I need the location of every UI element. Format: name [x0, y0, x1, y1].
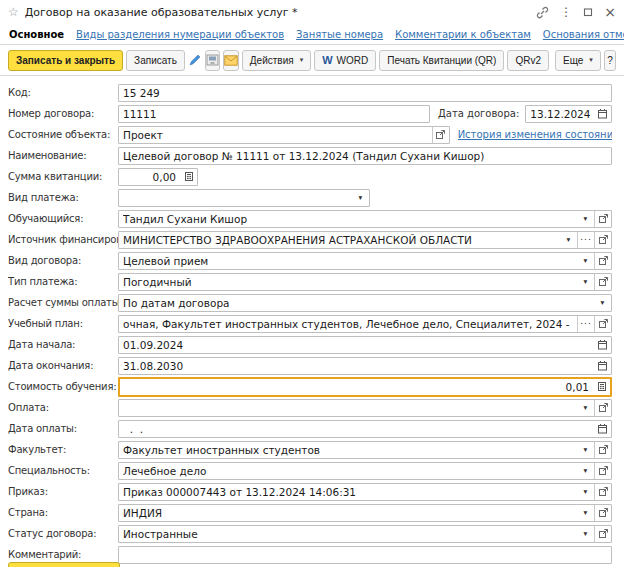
tab-osnovaniya-otmetok[interactable]: Основания отметок [543, 29, 624, 40]
istochnik-finansirovaniya-input[interactable] [119, 232, 560, 248]
row-vid-dogovora: Вид договора: ▾ [8, 250, 612, 271]
sostoyanie-input[interactable] [119, 127, 432, 143]
data-okonchaniya-input[interactable] [119, 358, 594, 374]
data-dogovora-field [525, 105, 612, 123]
select-dots-button[interactable]: ... [577, 232, 594, 248]
combo-dropdown-button[interactable]: ▾ [352, 190, 369, 206]
uchebnyy-plan-field: ... [118, 315, 612, 333]
field-label: Статус договора: [8, 528, 118, 539]
field-label: Дата оплаты: [8, 423, 118, 434]
combo-dropdown-button[interactable]: ▾ [577, 274, 594, 290]
row-data-oplaty: Дата оплаты: [8, 418, 612, 439]
vid-dogovora-input[interactable] [119, 253, 577, 269]
combo-dropdown-button[interactable]: ▾ [577, 211, 594, 227]
combo-dropdown-button[interactable]: ▾ [577, 484, 594, 500]
actions-label: Действия [250, 55, 294, 66]
kod-input[interactable] [119, 85, 611, 101]
close-icon[interactable]: × [604, 5, 616, 19]
tab-osnovnoe[interactable]: Основное [9, 29, 64, 40]
card-icon[interactable] [205, 50, 220, 71]
row-istochnik-finansirovaniya: Источник финансирования: ▾ ... [8, 229, 612, 250]
fakultet-field: ▾ [118, 441, 612, 459]
fakultet-input[interactable] [119, 442, 577, 458]
kommentariy-input[interactable] [119, 547, 611, 563]
raschet-summy-input[interactable] [119, 295, 594, 311]
strana-input[interactable] [119, 505, 577, 521]
save-button[interactable]: Записать [126, 50, 185, 71]
open-item-icon[interactable] [594, 526, 611, 542]
word-button[interactable]: W WORD [314, 50, 376, 71]
chevron-down-icon: ▾ [300, 56, 304, 64]
history-states-link[interactable]: История изменения состояний [458, 129, 612, 140]
tab-zanyatye-nomera[interactable]: Занятые номера [296, 29, 383, 40]
oplata-input[interactable] [119, 400, 577, 416]
open-item-icon[interactable] [594, 463, 611, 479]
combo-dropdown-button[interactable]: ▾ [577, 400, 594, 416]
field-label: Факультет: [8, 444, 118, 455]
prikaz-field: ▾ [118, 483, 612, 501]
summa-kvitancii-input[interactable] [119, 169, 180, 185]
combo-dropdown-button[interactable]: ▾ [577, 442, 594, 458]
open-item-icon[interactable] [594, 442, 611, 458]
combo-dropdown-button[interactable]: ▾ [577, 253, 594, 269]
vid-platezha-input[interactable] [119, 190, 352, 206]
tab-kommentarii[interactable]: Комментарии к объектам [395, 29, 531, 40]
chevron-down-icon: ▾ [567, 235, 571, 244]
open-item-icon[interactable] [594, 232, 611, 248]
ellipsis-icon: ... [580, 317, 592, 330]
calendar-icon[interactable] [594, 337, 611, 353]
calendar-icon[interactable] [594, 358, 611, 374]
help-button[interactable]: ? [604, 50, 616, 71]
data-nachala-input[interactable] [119, 337, 594, 353]
field-label: Оплата: [8, 402, 118, 413]
row-data-okonchaniya: Дата окончания: [8, 355, 612, 376]
calendar-icon[interactable] [594, 106, 611, 122]
obuchayushchiysya-input[interactable] [119, 211, 577, 227]
more-menu-button[interactable]: Еще ▾ [555, 50, 601, 71]
row-obuchayushchiysya: Обучающийся: ▾ [8, 208, 612, 229]
qrv2-button[interactable]: QRv2 [507, 50, 549, 71]
status-dogovora-input[interactable] [119, 526, 577, 542]
specialnost-field: ▾ [118, 462, 612, 480]
data-oplaty-input[interactable] [119, 421, 594, 437]
field-label: Специальность: [8, 465, 118, 476]
kebab-menu-icon[interactable]: ⋮ [560, 5, 572, 19]
calendar-icon[interactable] [594, 421, 611, 437]
open-item-icon[interactable] [594, 316, 611, 332]
data-dogovora-input[interactable] [526, 106, 594, 122]
nomer-input[interactable] [119, 106, 429, 122]
save-and-close-button[interactable]: Записать и закрыть [8, 50, 123, 71]
combo-dropdown-button[interactable]: ▾ [560, 232, 577, 248]
open-item-icon[interactable] [594, 400, 611, 416]
combo-dropdown-button[interactable]: ▾ [577, 463, 594, 479]
naimenovanie-input[interactable] [119, 148, 611, 164]
uchebnyy-plan-input[interactable] [119, 316, 577, 332]
combo-dropdown-button[interactable]: ▾ [577, 526, 594, 542]
open-item-icon[interactable] [594, 211, 611, 227]
obuchayushchiysya-field: ▾ [118, 210, 612, 228]
open-item-icon[interactable] [594, 274, 611, 290]
calculator-icon[interactable] [180, 169, 197, 185]
tab-vidy-razdeleniya[interactable]: Виды разделения нумерации объектов [76, 29, 284, 40]
favorite-star-icon[interactable]: ☆ [8, 5, 19, 19]
open-item-icon[interactable] [594, 505, 611, 521]
calculator-icon[interactable] [593, 379, 610, 395]
open-item-icon[interactable] [594, 253, 611, 269]
combo-dropdown-button[interactable]: ▾ [577, 505, 594, 521]
open-item-icon[interactable] [432, 127, 449, 143]
print-receipt-qr-button[interactable]: Печать Квитанции (QR) [379, 50, 504, 71]
select-dots-button[interactable]: ... [577, 316, 594, 332]
specialnost-input[interactable] [119, 463, 577, 479]
prikaz-input[interactable] [119, 484, 577, 500]
more-label: Еще [563, 55, 583, 66]
get-link-icon[interactable] [536, 6, 549, 19]
combo-dropdown-button[interactable]: ▾ [594, 295, 611, 311]
partially-visible-button[interactable] [8, 562, 120, 567]
tip-platezha-input[interactable] [119, 274, 577, 290]
restore-window-icon[interactable] [583, 7, 593, 17]
pen-icon[interactable] [188, 50, 202, 71]
open-item-icon[interactable] [594, 484, 611, 500]
envelope-icon[interactable] [223, 50, 239, 71]
actions-menu-button[interactable]: Действия ▾ [242, 50, 311, 71]
stoimost-obucheniya-input[interactable] [120, 379, 593, 395]
